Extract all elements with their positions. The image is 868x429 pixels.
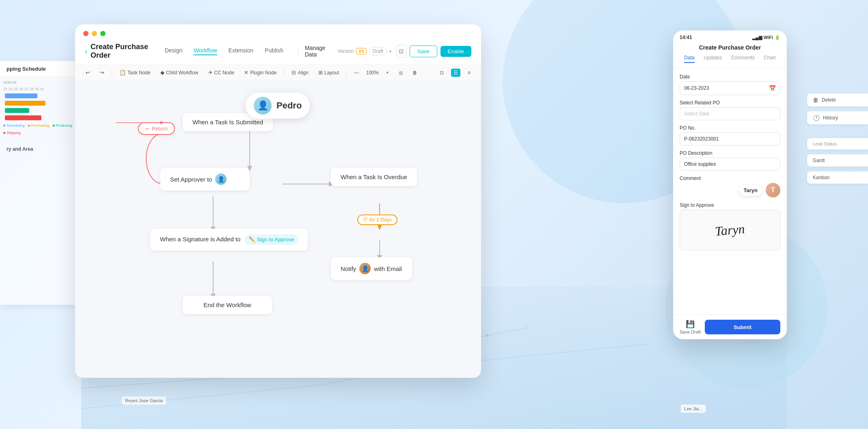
delete-node-icon: 🗑 [412,70,417,76]
view-toggle-button[interactable]: ☰ [451,69,460,77]
save-draft-button[interactable]: 💾 Save Draft [680,320,701,334]
date-input[interactable]: 06-23-2023 📅 [680,81,780,95]
related-po-input[interactable]: Select Data [680,107,780,120]
align-button[interactable]: ⊟ Align [289,68,311,77]
mobile-tab-comments[interactable]: Comments [731,55,755,63]
save-button[interactable]: Save [410,46,437,57]
submit-button[interactable]: Submit [705,320,780,334]
version-label: Version [337,48,354,54]
traffic-light-green[interactable] [100,31,106,36]
svg-point-4 [486,334,488,337]
manage-data-button[interactable]: Manage Data [305,45,331,58]
tab-publish[interactable]: Publish [265,47,283,55]
related-po-label: Select Related PO [680,100,780,106]
timer-badge: ⏱ for 2 Days [357,214,397,225]
reset-zoom-icon: ◎ [399,70,403,76]
plugin-node-button[interactable]: ✕ Plugin Node [242,68,279,77]
approver-avatar: 👤 [215,173,227,185]
toolbar-divider-3 [346,69,347,76]
zoom-out-button[interactable]: — [352,69,361,77]
mobile-title-bar: Create Purchase Order Data Updates Comme… [673,42,787,68]
mobile-app-title: Create Purchase Order [680,44,780,51]
delete-node-button[interactable]: 🗑 [410,69,420,77]
po-no-label: PO No. [680,125,780,131]
svg-marker-14 [377,225,382,230]
signature-node[interactable]: When a Signature is Added to ✏️ Sign to … [150,229,308,251]
redo-button[interactable]: ↪ [97,68,107,77]
po-no-input[interactable]: P-06232023001 [680,132,780,145]
map-label-2: Lee Jia... [681,405,706,413]
right-bg-panels: 🗑 Delete 🕐 History Lead Status Gantt Kan… [807,93,868,186]
sign-label: Sign to Approve [680,202,780,208]
mobile-tab-data[interactable]: Data [684,55,694,63]
date-field-label: Date [680,74,780,80]
toolbar-divider-1 [112,69,112,76]
mobile-time: 14:41 [680,35,692,40]
overdue-node[interactable]: When a Task Is Overdue [331,168,417,186]
toolbar-divider-2 [284,69,284,76]
gantt-row-2 [3,101,86,106]
mobile-signal: ▂▄▆ WiFi 🔋 [752,35,780,40]
end-node[interactable]: End the Workflow [183,296,272,314]
version-dropdown-icon[interactable]: ▾ [389,49,391,54]
comment-user-name: Taryn [739,185,762,196]
child-workflow-button[interactable]: ◆ Child Workflow [158,68,201,77]
right-panel-delete: 🗑 Delete [807,93,868,106]
comment-avatar: T [766,183,780,197]
traffic-light-red[interactable] [83,31,89,36]
task-node-button[interactable]: 📋 Task Node [117,68,153,77]
back-button[interactable]: ‹ [85,47,87,56]
set-approver-node[interactable]: Set Approver to 👤 [160,168,250,191]
tab-extension[interactable]: Extension [229,47,253,55]
window-header: ‹ Create Purchase Order Design Workflow … [75,39,481,65]
tab-design[interactable]: Design [165,47,183,55]
right-panel-kanban: Kanban [807,171,868,184]
pedro-bubble: 👤 Pedro [246,93,310,119]
version-badge: V1 [356,48,366,54]
notify-node[interactable]: Notify 👤 with Email [331,257,412,280]
header-divider [298,46,298,56]
calendar-icon: 📅 [769,85,776,91]
zoom-level: 100% [366,70,379,76]
window-titlebar [75,24,481,39]
po-desc-input[interactable]: Office supplies [680,158,780,171]
copy-icon-button[interactable]: ⊡ [396,45,406,58]
mobile-tab-updates[interactable]: Updates [704,55,722,63]
save-draft-icon: 💾 [686,320,695,329]
version-status: Draft [369,47,387,55]
signature-display: Taryn [715,221,745,238]
workflow-canvas: When a Task Is Submitted Set Approver to… [75,80,481,378]
gantt-legend: ■ Scheduling ■ Purchasing ■ Producing ■ … [3,124,86,135]
map-label-1: Reyes Jose Garcia [122,396,166,405]
cc-node-button[interactable]: ✈ CC Node [206,68,237,77]
right-panel-history: 🕐 History [807,111,868,124]
workflow-toolbar: ↩ ↪ 📋 Task Node ◆ Child Workflow ✈ CC No… [75,65,481,80]
return-arrow-label [116,119,168,126]
more-options-button[interactable]: ≡ [465,69,473,77]
right-panel-gantt: Gantt [807,154,868,167]
tab-workflow[interactable]: Workflow [194,47,217,55]
traffic-light-yellow[interactable] [92,31,97,36]
version-area: Version V1 Draft ▾ [337,47,391,55]
page-title: Create Purchase Order [91,43,152,60]
nav-tabs: Design Workflow Extension Publish [165,47,283,55]
mobile-tab-chart[interactable]: Chart [764,55,775,63]
zoom-in-button[interactable]: + [384,69,391,77]
mobile-footer: 💾 Save Draft Submit [673,314,787,339]
gantt-row-3 [3,108,86,113]
mobile-statusbar: 14:41 ▂▄▆ WiFi 🔋 [673,30,787,42]
right-panel-lead-status: Lead Status [807,138,868,150]
gantt-row-4 [3,115,86,120]
grid-view-button[interactable]: ⊡ [437,69,446,77]
gantt-row-1 [3,93,86,98]
signature-area[interactable]: Taryn [680,210,780,250]
plugin-node-icon: ✕ [244,69,248,76]
undo-icon: ↩ [86,69,90,76]
reset-zoom-button[interactable]: ◎ [396,69,405,77]
undo-button[interactable]: ↩ [83,68,93,77]
layout-button[interactable]: ⊞ Layout [316,68,341,77]
mobile-panel: 14:41 ▂▄▆ WiFi 🔋 Create Purchase Order D… [673,30,787,339]
sign-badge: ✏️ Sign to Approve [245,234,298,245]
mobile-content: Date 06-23-2023 📅 Select Related PO Sele… [673,68,787,314]
enable-button[interactable]: Enable [440,46,471,57]
